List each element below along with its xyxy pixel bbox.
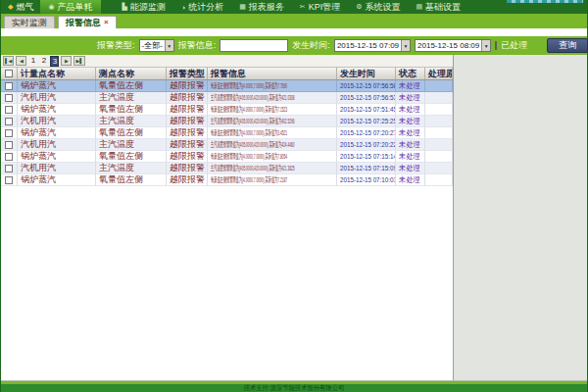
- cell-measure-point: 主汽温度: [96, 116, 167, 127]
- cell-status: 未处理: [396, 127, 425, 139]
- chevron-down-icon[interactable]: ▼: [401, 40, 410, 51]
- cell-handle-reason: [425, 92, 453, 104]
- alarm-grid: ▌◀ ◀ 123 ▶ ▶▌ 计量点名称测点名称报警类型报警信息发生时间状态处理原…: [1, 55, 454, 380]
- alarm-info-label: 报警信息:: [178, 39, 217, 52]
- cell-time: 2015-12-15 07:15:14: [337, 151, 396, 163]
- cell-time: 2015-12-15 07:20:22: [337, 139, 396, 151]
- table-row[interactable]: 汽机用汽 主汽温度 越限报警 主汽温度报警限值为(405.0000,420.00…: [1, 163, 453, 174]
- table-row[interactable]: 锅炉蒸汽 氧量值左侧 越限报警 氧量值左侧报警限值为(4.0000,7.0000…: [1, 127, 453, 139]
- cell-status: 未处理: [396, 104, 425, 116]
- menu-item[interactable]: ▦ 报表服务: [231, 0, 292, 14]
- time-to-picker[interactable]: 2015-12-15 08:09 ▼: [415, 39, 491, 52]
- table-row[interactable]: 汽机用汽 主汽温度 越限报警 主汽温度报警限值为(405.0000,420.00…: [1, 116, 453, 127]
- row-checkbox[interactable]: [5, 106, 13, 114]
- row-checkbox[interactable]: [5, 94, 13, 102]
- row-checkbox[interactable]: [5, 153, 13, 161]
- next-page-button[interactable]: ▶: [61, 56, 72, 66]
- query-button[interactable]: 查询: [547, 38, 588, 53]
- cell-measure-point: 主汽温度: [96, 163, 167, 174]
- cell-meter-point: 锅炉蒸汽: [18, 127, 96, 139]
- close-icon[interactable]: ×: [104, 17, 109, 28]
- menu-item[interactable]: ▤ 基础设置: [408, 0, 468, 14]
- cell-alarm-type: 越限报警: [167, 127, 208, 139]
- time-label: 发生时间:: [292, 39, 330, 52]
- column-header[interactable]: 状态: [396, 68, 425, 79]
- processed-checkbox[interactable]: [495, 41, 497, 50]
- energy-monitor-icon: ▙: [122, 3, 127, 11]
- menu-item[interactable]: ◑ 统计分析: [173, 0, 231, 14]
- page-number[interactable]: 3: [50, 56, 59, 67]
- last-page-button[interactable]: ▶▌: [74, 56, 84, 66]
- cell-status: 未处理: [396, 116, 425, 127]
- alarm-info-input[interactable]: [220, 39, 288, 52]
- tab-label: 报警信息: [66, 17, 101, 28]
- cell-meter-point: 汽机用汽: [18, 163, 96, 174]
- cell-status: 未处理: [396, 92, 425, 104]
- tab[interactable]: 报警信息 ×: [58, 16, 117, 28]
- cell-alarm-info: 氧量值左侧报警限值为(4.0000,7.0000),实际值为3.4521: [208, 127, 337, 139]
- menu-item-product-consumption[interactable]: ◉ 产品单耗: [40, 0, 100, 14]
- column-header[interactable]: 发生时间: [337, 68, 396, 79]
- tab[interactable]: 实时监测: [4, 16, 55, 28]
- right-panel: [454, 55, 587, 380]
- cell-meter-point: 锅炉蒸汽: [18, 80, 96, 92]
- cell-alarm-info: 主汽温度报警限值为(405.0000,420.0000),实际值为421.030…: [208, 92, 337, 104]
- row-checkbox[interactable]: [5, 141, 13, 149]
- cell-status: 未处理: [396, 139, 425, 151]
- cell-handle-reason: [425, 116, 453, 127]
- first-page-button[interactable]: ▌◀: [3, 56, 14, 66]
- cell-alarm-info: 氧量值左侧报警限值为(4.0000,7.0000),实际值为7.2187: [208, 174, 337, 186]
- column-header[interactable]: 报警类型: [167, 68, 208, 79]
- table-row[interactable]: 锅炉蒸汽 氧量值左侧 越限报警 氧量值左侧报警限值为(4.0000,7.0000…: [1, 104, 453, 116]
- row-checkbox[interactable]: [5, 165, 13, 172]
- row-checkbox[interactable]: [5, 176, 13, 184]
- table-row[interactable]: 汽机用汽 主汽温度 越限报警 主汽温度报警限值为(405.0000,420.00…: [1, 139, 453, 151]
- chevron-down-icon[interactable]: ▼: [165, 40, 173, 51]
- tab-label: 实时监测: [12, 17, 47, 28]
- cell-handle-reason: [425, 151, 453, 163]
- footer-main: 技术支持:源深节能技术股份有限公司: [1, 384, 587, 392]
- table-row[interactable]: 锅炉蒸汽 氧量值左侧 越限报警 氧量值左侧报警限值为(4.0000,7.0000…: [1, 151, 453, 163]
- tab-content-gap: [1, 28, 587, 36]
- menu-item-gas-label: 燃气: [16, 1, 33, 14]
- menu-item-gas[interactable]: ◆ 燃气: [1, 0, 40, 14]
- page-number[interactable]: 2: [39, 56, 48, 67]
- time-from-picker[interactable]: 2015-12-15 07:09 ▼: [334, 39, 411, 52]
- cell-status: 未处理: [396, 151, 425, 163]
- cell-alarm-type: 越限报警: [167, 92, 208, 104]
- row-checkbox[interactable]: [5, 129, 13, 137]
- page-number[interactable]: 1: [28, 56, 37, 67]
- flame-icon: ◆: [8, 3, 13, 11]
- select-all-checkbox[interactable]: [5, 70, 13, 77]
- table-row[interactable]: 锅炉蒸汽 氧量值左侧 越限报警 氧量值左侧报警限值为(4.0000,7.0000…: [1, 174, 453, 186]
- cell-measure-point: 氧量值左侧: [96, 151, 167, 163]
- table-header: 计量点名称测点名称报警类型报警信息发生时间状态处理原因: [1, 68, 453, 80]
- cell-measure-point: 氧量值左侧: [96, 127, 167, 139]
- alarm-type-select[interactable]: -全部- ▼: [139, 39, 174, 52]
- menu-item[interactable]: ▙ 能源监测: [115, 0, 173, 14]
- table-row[interactable]: 汽机用汽 主汽温度 越限报警 主汽温度报警限值为(405.0000,420.00…: [1, 92, 453, 104]
- column-header[interactable]: 处理原因: [425, 68, 453, 79]
- column-header[interactable]: 测点名称: [96, 68, 167, 79]
- chevron-down-icon[interactable]: ▼: [481, 40, 490, 51]
- cell-meter-point: 汽机用汽: [18, 139, 96, 151]
- table-row[interactable]: 锅炉蒸汽 氧量值左侧 越限报警 氧量值左侧报警限值为(4.0000,7.0000…: [1, 80, 453, 92]
- prev-page-button[interactable]: ◀: [16, 56, 26, 66]
- column-header[interactable]: 报警信息: [208, 68, 337, 79]
- table-body: 锅炉蒸汽 氧量值左侧 越限报警 氧量值左侧报警限值为(4.0000,7.0000…: [1, 80, 453, 186]
- cell-alarm-info: 主汽温度报警限值为(405.0000,420.0000),实际值为424.446…: [208, 139, 337, 151]
- time-to-value: 2015-12-15 08:09: [416, 41, 481, 50]
- column-header[interactable]: 计量点名称: [18, 68, 96, 79]
- menu-item[interactable]: ✂ KPI管理: [292, 0, 348, 14]
- filter-toolbar: 报警类型: -全部- ▼ 报警信息: 发生时间: 2015-12-15 07:0…: [1, 36, 587, 55]
- menubar-items: ▙ 能源监测 ◑ 统计分析 ▦ 报表服务 ✂ KPI管理 ⚙ 系统设置 ▤ 基础…: [115, 0, 469, 14]
- menu-item[interactable]: ⚙ 系统设置: [348, 0, 408, 14]
- cell-time: 2015-12-15 07:51:45: [337, 104, 396, 116]
- cell-alarm-info: 氧量值左侧报警限值为(4.0000,7.0000),实际值为7.8054: [208, 151, 337, 163]
- cell-meter-point: 锅炉蒸汽: [18, 151, 96, 163]
- row-checkbox[interactable]: [5, 118, 13, 125]
- report-service-icon: ▦: [239, 3, 246, 11]
- cell-measure-point: 氧量值左侧: [96, 104, 167, 116]
- cell-alarm-info: 氧量值左侧报警限值为(4.0000,7.0000),实际值为7.7690: [208, 80, 337, 92]
- row-checkbox[interactable]: [5, 82, 13, 90]
